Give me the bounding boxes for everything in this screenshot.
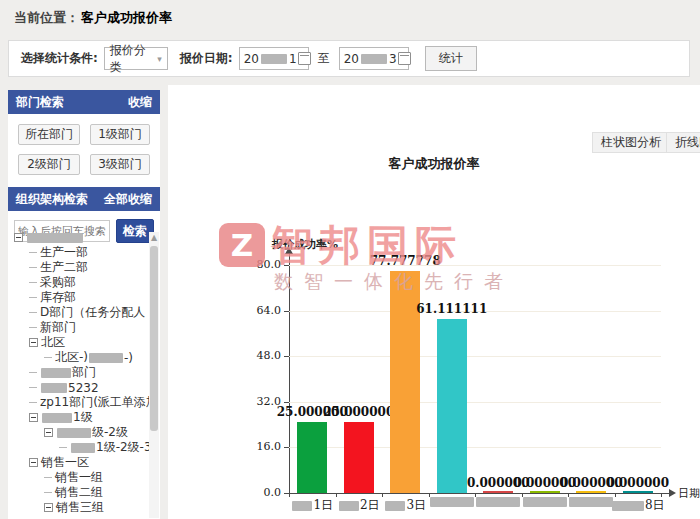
collapse-all-link[interactable]: 全部收缩 — [104, 191, 152, 208]
tree-item[interactable]: 级-2级 — [8, 425, 160, 440]
date-from-input[interactable]: 20 1 — [239, 47, 309, 70]
tree-connector — [29, 297, 37, 298]
dept-filter-button-1[interactable]: 所在部门 — [18, 124, 80, 145]
tree-item[interactable]: zp11部门(派工单添加 — [8, 395, 160, 410]
tree-connector — [59, 447, 67, 448]
tree-connector — [29, 252, 37, 253]
censored-text — [41, 368, 71, 378]
label-text: 销售三组 — [56, 499, 104, 516]
tree-connector — [44, 492, 52, 493]
tree-collapse-icon[interactable] — [44, 428, 53, 437]
tree-item[interactable]: 北区 — [8, 335, 160, 350]
tree-item[interactable]: 生产二部 — [8, 260, 160, 275]
label-text: zp11部门(派工单添加 — [40, 394, 158, 411]
tree-connector — [44, 357, 52, 358]
date-from-suffix: 1 — [289, 52, 297, 66]
collapse-link[interactable]: 收缩 — [128, 94, 152, 111]
bar-value-label: 61.111111 — [410, 302, 494, 316]
gridline — [289, 356, 661, 357]
tree-connector — [44, 477, 52, 478]
tree-connector — [29, 312, 37, 313]
bar-5[interactable] — [483, 491, 513, 493]
bar-7[interactable] — [576, 491, 606, 493]
dept-filter-button-3[interactable]: 2级部门 — [18, 154, 80, 175]
statistics-button[interactable]: 统计 — [425, 46, 477, 71]
y-tick-mark — [284, 402, 289, 403]
x-axis-line — [289, 493, 669, 494]
label-text: 1级-2级-3 — [96, 439, 152, 456]
label-text: 5232 — [68, 381, 99, 395]
org-tree: 生产一部生产二部采购部库存部D部门（任务分配人新部门北区北区-)-)部门5232… — [8, 230, 160, 519]
tree-item[interactable]: D部门（任务分配人 — [8, 305, 160, 320]
tree-connector — [29, 282, 37, 283]
tree-connector — [29, 372, 37, 373]
date-to-input[interactable]: 20 3 — [339, 47, 409, 70]
tree-item[interactable]: 新部门 — [8, 320, 160, 335]
censored-text — [261, 54, 287, 64]
tree-item[interactable]: 部门 — [8, 365, 160, 380]
label-text: -) — [124, 351, 133, 365]
tree-item[interactable]: 库存部 — [8, 290, 160, 305]
scrollbar-thumb[interactable] — [150, 246, 158, 431]
y-tick-mark — [284, 447, 289, 448]
tree-collapse-icon[interactable] — [14, 233, 23, 242]
label-text: 部门 — [72, 364, 96, 381]
dept-filter-button-2[interactable]: 1级部门 — [90, 124, 150, 145]
calendar-icon[interactable] — [398, 52, 411, 65]
bar-4[interactable] — [437, 319, 467, 493]
tree-item[interactable]: 1级 — [8, 410, 160, 425]
censored-text — [292, 501, 312, 511]
censored-text — [339, 501, 359, 511]
chart-panel: 柱状图分析 折线图分析 客户成功报价率 报价成功率% 日期 0.016.032.… — [168, 85, 700, 519]
org-search-header: 组织架构检索 全部收缩 — [8, 187, 160, 211]
tree-connector — [29, 327, 37, 328]
tree-item[interactable]: 销售二组 — [8, 485, 160, 500]
gridline — [289, 402, 661, 403]
date-to-suffix: 3 — [389, 52, 397, 66]
tree-item[interactable] — [8, 230, 160, 245]
tree-collapse-icon[interactable] — [44, 503, 53, 512]
label-text: 1级 — [73, 409, 93, 426]
censored-text — [361, 54, 387, 64]
bar-8[interactable] — [623, 491, 653, 493]
chart-title: 客户成功报价率 — [168, 155, 700, 173]
censored-text — [57, 428, 91, 438]
org-search-title: 组织架构检索 — [16, 191, 88, 208]
y-tick-label: 16.0 — [241, 440, 281, 453]
tree-scrollbar[interactable]: ▲ — [149, 232, 159, 518]
tree-item[interactable]: 销售三组 — [8, 500, 160, 515]
line-analysis-button[interactable]: 折线图分析 — [666, 132, 700, 153]
bar-2[interactable] — [344, 422, 374, 493]
tree-item[interactable]: 1级-2级-3 — [8, 440, 160, 455]
tree-collapse-icon[interactable] — [29, 338, 38, 347]
dept-buttons-grid: 所在部门1级部门2级部门3级部门 — [8, 114, 160, 187]
tree-collapse-icon[interactable] — [29, 458, 38, 467]
scroll-up-icon[interactable]: ▲ — [149, 233, 159, 243]
page-title: 客户成功报价率 — [81, 10, 172, 25]
dept-filter-button-4[interactable]: 3级部门 — [90, 154, 150, 175]
bar-value-label: 77.777778 — [363, 254, 447, 268]
tree-item[interactable]: 5232 — [8, 380, 160, 395]
bar-6[interactable] — [530, 491, 560, 493]
bar-1[interactable] — [297, 422, 327, 493]
tree-item[interactable]: 销售一组 — [8, 470, 160, 485]
censored-text — [42, 413, 72, 423]
y-axis-title: 报价成功率% — [272, 237, 338, 252]
tree-item[interactable]: 生产一部 — [8, 245, 160, 260]
bar-analysis-button[interactable]: 柱状图分析 — [592, 132, 670, 153]
sidebar: 部门检索 收缩 所在部门1级部门2级部门3级部门 组织架构检索 全部收缩 检索 … — [8, 90, 160, 519]
tree-collapse-icon[interactable] — [29, 413, 38, 422]
tree-item[interactable]: 采购部 — [8, 275, 160, 290]
condition-selected-value: 报价分类 — [110, 42, 157, 76]
tree-connector — [29, 267, 37, 268]
tree-item[interactable]: 北区-)-) — [8, 350, 160, 365]
calendar-icon[interactable] — [298, 52, 311, 65]
y-tick-label: 48.0 — [241, 349, 281, 362]
date-to-label: 至 — [318, 50, 330, 67]
tree-item[interactable]: 销售一区 — [8, 455, 160, 470]
condition-select[interactable]: 报价分类 ▾ — [104, 47, 168, 70]
condition-label: 选择统计条件: — [21, 50, 98, 67]
bar-value-label: 25.000000 — [317, 405, 401, 419]
y-tick-mark — [284, 311, 289, 312]
bar-value-label: 0.000000 — [596, 476, 680, 490]
